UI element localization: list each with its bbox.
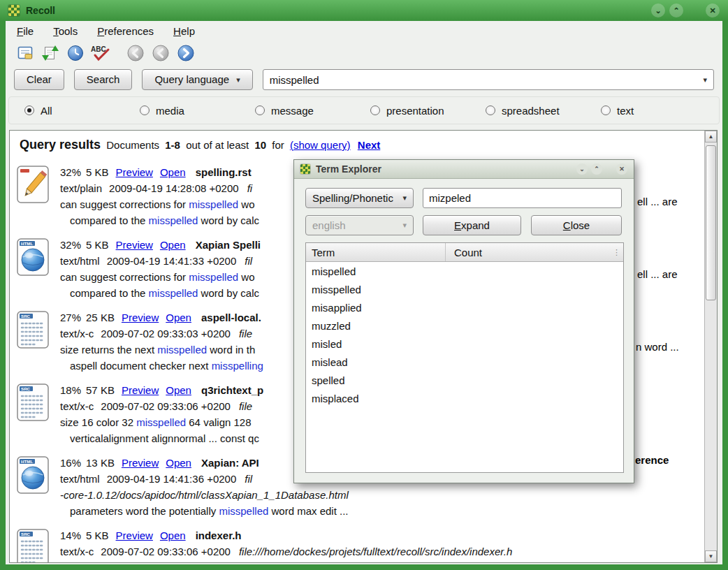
svg-text:ABC: ABC: [91, 45, 106, 53]
radio-icon: [24, 105, 34, 115]
show-query-link[interactable]: (show query): [290, 139, 351, 151]
result-title: indexer.h: [196, 529, 242, 541]
open-link[interactable]: Open: [160, 529, 186, 541]
titlebar[interactable]: Recoll ⌄ ⌃ ✕: [0, 0, 728, 21]
doc-history-button[interactable]: [64, 43, 87, 65]
snippet-line: verticalalignment alignnormal ... const …: [70, 430, 263, 446]
preview-link[interactable]: Preview: [116, 529, 153, 541]
scrollbar[interactable]: ▲ ▼: [704, 131, 717, 562]
update-index-button[interactable]: [39, 43, 61, 65]
highlight-term: misspelling: [212, 360, 263, 372]
term-explorer-button[interactable]: ABC: [89, 43, 112, 65]
search-button[interactable]: Search: [74, 69, 133, 90]
open-link[interactable]: Open: [166, 384, 191, 396]
close-button[interactable]: Close: [531, 215, 622, 235]
query-language-combo[interactable]: Query language ▾: [142, 69, 252, 90]
open-link[interactable]: Open: [166, 312, 191, 323]
count-column-header[interactable]: Count: [445, 243, 623, 261]
term-row[interactable]: misplaced: [306, 389, 623, 407]
term-row[interactable]: misapplied: [306, 298, 623, 316]
filter-text[interactable]: text: [601, 105, 716, 117]
result-range: 1-8: [165, 139, 180, 151]
term-column-header[interactable]: Term: [306, 247, 445, 258]
clear-search-button[interactable]: [14, 43, 36, 65]
results-header: Query results Documents 1-8 out of at le…: [20, 136, 704, 154]
term-table: Term Count ⋮ mispelledmisspelledmisappli…: [305, 242, 624, 473]
text-fragment: ell ... are: [637, 268, 678, 280]
next-page-link[interactable]: Next: [358, 139, 381, 151]
result-headline: 14%5 KBPreviewOpenindexer.h: [60, 527, 512, 543]
snippet-line: size returns the next misspelled word in…: [60, 342, 263, 358]
snippet-text: wo: [238, 198, 254, 210]
next-page-button[interactable]: [175, 43, 197, 65]
menu-preferences[interactable]: Preferences: [97, 25, 154, 37]
html-file-icon: HTML: [17, 237, 49, 301]
dialog-titlebar[interactable]: Term Explorer ⌄ ⌃ ✕: [294, 160, 634, 179]
result-headline: 32%5 KBPreviewOpenXapian Spelli: [60, 237, 261, 253]
radio-icon: [486, 105, 495, 115]
clear-button[interactable]: Clear: [14, 69, 64, 90]
dialog-close-icon-button[interactable]: ✕: [616, 163, 627, 175]
preview-link[interactable]: Preview: [122, 457, 159, 469]
expansion-mode-combo[interactable]: Spelling/Phonetic ▾: [305, 188, 414, 208]
result-headline: 27%25 KBPreviewOpenaspell-local.: [60, 309, 263, 326]
result-title: aspell-local.: [201, 312, 261, 323]
filter-media[interactable]: media: [140, 105, 255, 117]
filter-all[interactable]: All: [24, 105, 140, 117]
doc-history-icon: [66, 44, 85, 64]
dialog-maximize-button[interactable]: ⌃: [591, 163, 602, 175]
for-word: for: [272, 139, 284, 151]
menu-help[interactable]: Help: [173, 25, 195, 37]
scroll-up-button[interactable]: ▲: [705, 131, 717, 142]
term-row[interactable]: misspelled: [306, 280, 623, 298]
term-cell: misled: [306, 338, 445, 350]
go-back-button: [124, 43, 147, 65]
term-row[interactable]: misled: [306, 335, 623, 353]
open-link[interactable]: Open: [166, 457, 191, 469]
term-row[interactable]: spelled: [306, 371, 623, 389]
out-of-text: out of at least: [186, 139, 249, 151]
preview-link[interactable]: Preview: [122, 312, 159, 323]
doc-url: fil: [245, 255, 252, 267]
term-row[interactable]: mispelled: [306, 262, 623, 280]
snippet-line: compared to the misspelled word by calc: [70, 212, 259, 228]
maximize-button[interactable]: ⌃: [669, 3, 683, 17]
filter-presentation[interactable]: presentation: [370, 105, 486, 117]
term-table-header[interactable]: Term Count ⋮: [306, 243, 623, 262]
language-value: english: [312, 216, 346, 235]
filter-label: media: [156, 105, 184, 117]
term-table-body: mispelledmisspelledmisappliedmuzzledmisl…: [306, 262, 623, 407]
open-link[interactable]: Open: [160, 239, 186, 251]
snippet-text: verticalalignment alignnormal ... const …: [70, 432, 259, 444]
filter-spreadsheet[interactable]: spreadsheet: [486, 105, 601, 117]
scroll-thumb[interactable]: [706, 145, 716, 300]
term-input[interactable]: [423, 188, 622, 208]
dialog-shade-button[interactable]: ⌄: [576, 163, 588, 175]
open-link[interactable]: Open: [160, 166, 186, 178]
menu-file[interactable]: File: [17, 25, 34, 37]
query-input[interactable]: misspelled ▾: [263, 69, 714, 90]
mime-type: text/x-c: [60, 400, 94, 412]
header-menu-icon: ⋮: [613, 248, 620, 257]
snippet-text: can suggest corrections for: [60, 198, 189, 210]
term-row[interactable]: mislead: [306, 353, 623, 371]
filter-label: message: [271, 105, 314, 117]
filter-message[interactable]: message: [255, 105, 370, 117]
preview-link[interactable]: Preview: [122, 384, 159, 396]
relevance-percent: 14%: [60, 529, 81, 541]
menu-tools[interactable]: Tools: [53, 25, 78, 37]
term-cell: mispelled: [306, 265, 445, 277]
preview-link[interactable]: Preview: [116, 166, 153, 178]
snippet-text: wo: [238, 271, 254, 283]
term-row[interactable]: muzzled: [306, 316, 623, 335]
close-button[interactable]: ✕: [706, 3, 720, 17]
svg-text:SRC: SRC: [21, 532, 31, 536]
shade-button[interactable]: ⌄: [651, 3, 665, 17]
scroll-down-button[interactable]: ▼: [705, 550, 717, 562]
snippet-text: word by calc: [198, 214, 259, 226]
expand-button[interactable]: Expand: [423, 215, 521, 235]
preview-link[interactable]: Preview: [116, 239, 153, 251]
radio-icon: [370, 105, 380, 115]
snippet-line: aspell document checker next misspelling: [70, 358, 263, 374]
snippet-text: aspell document checker next: [70, 360, 212, 372]
